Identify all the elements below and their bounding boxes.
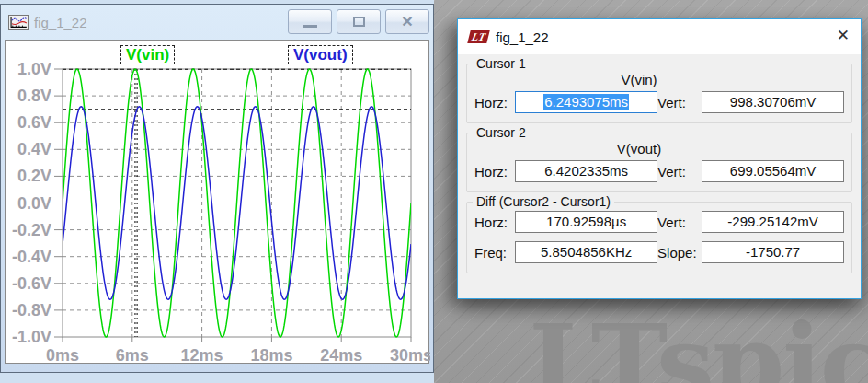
waveform-window: fig_1_22 ✕ 1.0V0.8V0.6V0.4V0.2V0.0V-0.2V… — [0, 4, 434, 373]
close-icon: ✕ — [401, 15, 413, 29]
svg-text:24ms: 24ms — [320, 346, 362, 363]
svg-text:-0.8V: -0.8V — [12, 301, 51, 319]
diff-slope-label: Slope: — [657, 245, 702, 261]
cursor2-group-label: Cursor 2 — [473, 125, 530, 140]
diff-horz-field[interactable]: 170.92598µs — [515, 211, 657, 233]
cursor2-vert-field[interactable]: 699.05564mV — [702, 160, 844, 182]
svg-text:1.0V: 1.0V — [17, 60, 51, 78]
diff-slope-field[interactable]: -1750.77 — [702, 241, 844, 263]
svg-text:-0.4V: -0.4V — [12, 248, 51, 266]
svg-text:-0.2V: -0.2V — [12, 221, 51, 239]
plot-frame — [54, 69, 411, 342]
cursor1-horz-value: 6.2493075ms — [543, 94, 629, 110]
ltspice-watermark: LTspic — [529, 311, 868, 383]
svg-text:30ms: 30ms — [390, 346, 430, 363]
plot-area[interactable]: 1.0V0.8V0.6V0.4V0.2V0.0V-0.2V-0.4V-0.6V-… — [5, 40, 429, 364]
cursor1-vert-field[interactable]: 998.30706mV — [702, 91, 844, 113]
svg-text:0.8V: 0.8V — [17, 87, 51, 105]
svg-text:6ms: 6ms — [116, 346, 149, 363]
diff-horz-label: Horz: — [474, 215, 515, 230]
cursor1-group: Cursor 1 V(vin) Horz: 6.2493075ms Vert: … — [466, 64, 852, 123]
cursor2-trace-name: V(vout) — [454, 141, 824, 159]
svg-text:0ms: 0ms — [46, 346, 79, 363]
svg-text:18ms: 18ms — [250, 346, 292, 363]
cursor-dialog-titlebar[interactable]: LT fig_1_22 ✕ — [458, 19, 861, 54]
window-controls: ✕ — [288, 9, 429, 34]
cursor-dialog: LT fig_1_22 ✕ Cursor 1 V(vin) Horz: 6.24… — [457, 18, 862, 299]
ltspice-workspace: LTspic fig_1_22 ✕ 1.0V0.8V0.6V0.4V0.2V0.… — [0, 0, 868, 383]
minimize-button[interactable] — [288, 9, 332, 34]
cursor1-trace-name: V(vin) — [454, 72, 824, 90]
diff-vert-label: Vert: — [657, 215, 702, 230]
waveform-window-icon — [8, 15, 29, 30]
axis-tick-labels: 1.0V0.8V0.6V0.4V0.2V0.0V-0.2V-0.4V-0.6V-… — [12, 60, 430, 363]
svg-text:-1.0V: -1.0V — [12, 328, 51, 346]
diff-row-2: Freq: 5.8504856KHz Slope: -1750.77 — [474, 240, 844, 264]
dialog-close-icon[interactable]: ✕ — [837, 28, 850, 43]
close-button[interactable]: ✕ — [385, 9, 429, 34]
diff-row-1: Horz: 170.92598µs Vert: -299.25142mV — [474, 210, 844, 234]
diff-freq-field[interactable]: 5.8504856KHz — [515, 241, 657, 263]
cursor2-horz-label: Horz: — [474, 164, 515, 180]
minimize-icon — [303, 25, 317, 28]
cursor1-horz-label: Horz: — [474, 95, 515, 110]
cursor2-vert-label: Vert: — [657, 164, 702, 180]
diff-freq-label: Freq: — [474, 245, 515, 261]
cursor-dialog-body: Cursor 1 V(vin) Horz: 6.2493075ms Vert: … — [458, 54, 861, 273]
svg-text:0.2V: 0.2V — [17, 167, 51, 185]
diff-group-label: Diff (Cursor2 - Cursor1) — [473, 194, 614, 209]
cursor2-group: Cursor 2 V(vout) Horz: 6.4202335ms Vert:… — [466, 133, 852, 192]
maximize-icon — [353, 17, 365, 27]
svg-text:0.6V: 0.6V — [17, 113, 51, 132]
svg-text:12ms: 12ms — [181, 346, 223, 363]
cursor1-row: Horz: 6.2493075ms Vert: 998.30706mV — [474, 90, 844, 114]
svg-text:0.4V: 0.4V — [17, 140, 51, 158]
diff-vert-field[interactable]: -299.25142mV — [702, 211, 844, 233]
waveform-window-titlebar[interactable]: fig_1_22 ✕ — [1, 5, 433, 40]
waveform-chart: 1.0V0.8V0.6V0.4V0.2V0.0V-0.2V-0.4V-0.6V-… — [6, 41, 430, 363]
legend-item-vin[interactable]: V(vin) — [120, 45, 175, 64]
cursor1-horz-field[interactable]: 6.2493075ms — [515, 91, 657, 113]
ltspice-logo-icon: LT — [467, 30, 489, 43]
svg-text:-0.6V: -0.6V — [12, 274, 51, 293]
legend-item-vout[interactable]: V(vout) — [288, 45, 353, 64]
maximize-button[interactable] — [337, 9, 381, 34]
cursor1-vert-label: Vert: — [657, 95, 702, 110]
cursor-dialog-title: fig_1_22 — [496, 29, 549, 45]
svg-text:0.0V: 0.0V — [17, 194, 51, 213]
cursor2-horz-field[interactable]: 6.4202335ms — [515, 160, 657, 182]
cursor1-group-label: Cursor 1 — [473, 56, 530, 71]
diff-group: Diff (Cursor2 - Cursor1) Horz: 170.92598… — [466, 202, 852, 273]
cursor2-row: Horz: 6.4202335ms Vert: 699.05564mV — [474, 159, 844, 183]
waveform-window-title: fig_1_22 — [34, 15, 87, 30]
